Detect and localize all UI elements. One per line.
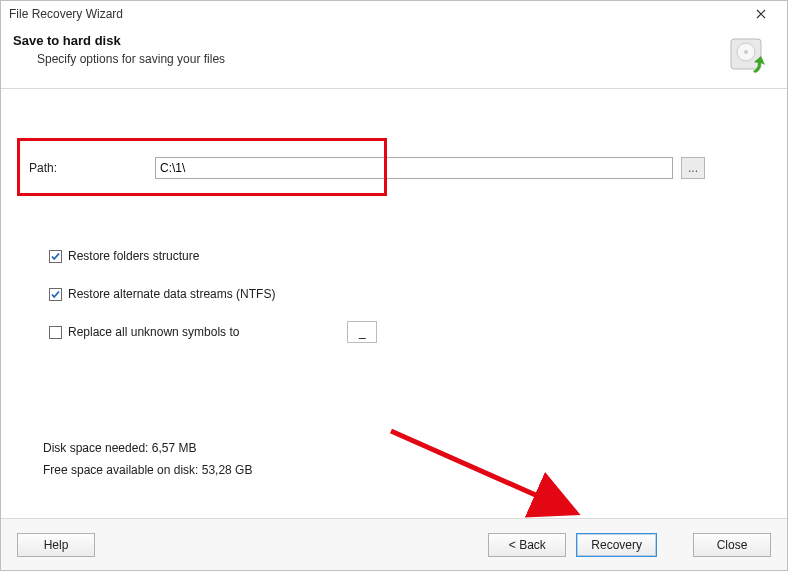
recovery-button[interactable]: Recovery — [576, 533, 657, 557]
disk-free-text: Free space available on disk: 53,28 GB — [43, 459, 252, 481]
checkmark-icon — [50, 251, 61, 262]
close-icon — [756, 9, 766, 19]
svg-point-2 — [744, 50, 748, 54]
path-label: Path: — [29, 161, 155, 175]
restore-folders-label: Restore folders structure — [68, 249, 199, 263]
disk-info: Disk space needed: 6,57 MB Free space av… — [43, 437, 252, 481]
back-button[interactable]: < Back — [488, 533, 566, 557]
options-group: Restore folders structure Restore altern… — [49, 245, 377, 359]
disk-needed-text: Disk space needed: 6,57 MB — [43, 437, 252, 459]
harddisk-icon — [725, 33, 773, 81]
browse-button[interactable]: ... — [681, 157, 705, 179]
restore-ads-checkbox[interactable] — [49, 288, 62, 301]
option-restore-folders: Restore folders structure — [49, 245, 377, 267]
wizard-header: Save to hard disk Specify options for sa… — [1, 27, 787, 89]
window-close-button[interactable] — [741, 3, 781, 25]
restore-ads-label: Restore alternate data streams (NTFS) — [68, 287, 275, 301]
option-replace-symbols: Replace all unknown symbols to — [49, 321, 377, 343]
close-button[interactable]: Close — [693, 533, 771, 557]
replace-symbols-label: Replace all unknown symbols to — [68, 325, 239, 339]
window-title: File Recovery Wizard — [9, 7, 741, 21]
wizard-body: Path: ... Restore folders structure Rest… — [1, 91, 787, 518]
replace-symbol-input[interactable] — [347, 321, 377, 343]
wizard-footer: Help < Back Recovery Close — [1, 518, 787, 570]
svg-line-3 — [391, 431, 576, 513]
page-subtext: Specify options for saving your files — [37, 52, 775, 66]
title-bar: File Recovery Wizard — [1, 1, 787, 27]
option-restore-ads: Restore alternate data streams (NTFS) — [49, 283, 377, 305]
path-input[interactable] — [155, 157, 673, 179]
page-heading: Save to hard disk — [13, 33, 775, 48]
replace-symbols-checkbox[interactable] — [49, 326, 62, 339]
restore-folders-checkbox[interactable] — [49, 250, 62, 263]
checkmark-icon — [50, 289, 61, 300]
path-row: Path: ... — [29, 157, 705, 179]
help-button[interactable]: Help — [17, 533, 95, 557]
annotation-arrow-icon — [381, 421, 601, 531]
